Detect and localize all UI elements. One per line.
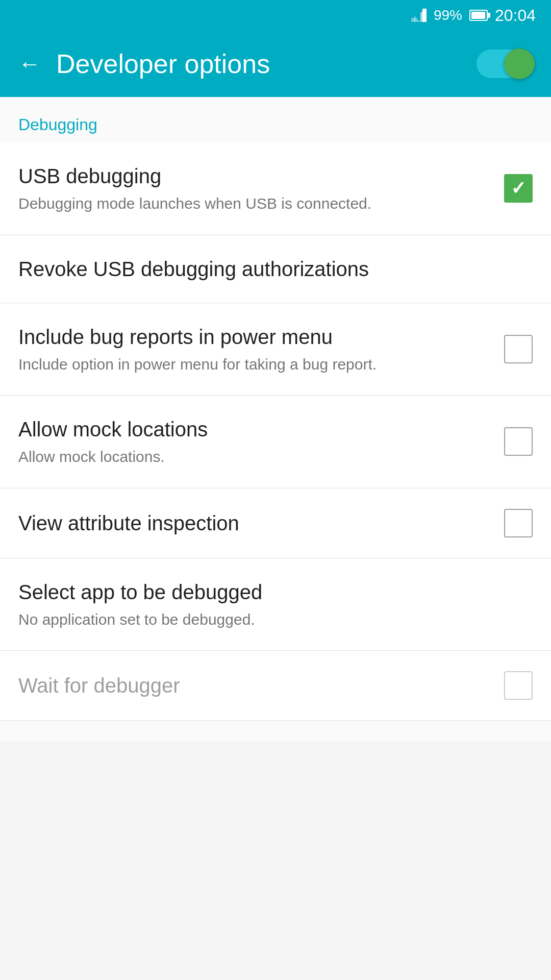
usb-debugging-item[interactable]: USB debugging Debugging mode launches wh…: [0, 142, 551, 235]
developer-options-toggle[interactable]: [477, 50, 533, 78]
revoke-usb-item[interactable]: Revoke USB debugging authorizations: [0, 235, 551, 303]
time-display: 20:04: [495, 6, 536, 25]
usb-debugging-checkbox[interactable]: [504, 174, 533, 203]
revoke-usb-title: Revoke USB debugging authorizations: [18, 256, 517, 282]
bug-reports-text: Include bug reports in power menu Includ…: [18, 324, 504, 375]
bug-reports-checkbox[interactable]: [504, 335, 533, 363]
page-title: Developer options: [56, 48, 270, 79]
status-bar: 99% 20:04: [0, 0, 551, 31]
view-attribute-title: View attribute inspection: [18, 510, 489, 536]
usb-debugging-text: USB debugging Debugging mode launches wh…: [18, 163, 504, 214]
app-bar-left: ← Developer options: [18, 48, 270, 79]
select-debug-app-subtitle: No application set to be debugged.: [18, 609, 517, 630]
select-debug-app-title: Select app to be debugged: [18, 579, 517, 605]
status-icons: 99% 20:04: [411, 6, 536, 25]
settings-content: Debugging USB debugging Debugging mode l…: [0, 97, 551, 741]
section-header-debugging: Debugging: [0, 97, 551, 142]
select-debug-app-item[interactable]: Select app to be debugged No application…: [0, 558, 551, 651]
select-debug-app-text: Select app to be debugged No application…: [18, 579, 533, 630]
battery-fill: [471, 12, 485, 19]
mock-locations-item[interactable]: Allow mock locations Allow mock location…: [0, 396, 551, 488]
bug-reports-title: Include bug reports in power menu: [18, 324, 489, 350]
wait-debugger-checkbox[interactable]: [504, 671, 533, 700]
bug-reports-item[interactable]: Include bug reports in power menu Includ…: [0, 303, 551, 396]
view-attribute-item[interactable]: View attribute inspection: [0, 488, 551, 558]
wait-debugger-item[interactable]: Wait for debugger: [0, 651, 551, 721]
mock-locations-subtitle: Allow mock locations.: [18, 447, 489, 468]
svg-rect-4: [422, 9, 427, 22]
battery-percent: 99%: [434, 7, 462, 23]
mock-locations-title: Allow mock locations: [18, 416, 489, 443]
view-attribute-text: View attribute inspection: [18, 510, 504, 536]
wait-debugger-title: Wait for debugger: [18, 672, 489, 699]
svg-rect-3: [411, 18, 415, 22]
usb-debugging-subtitle: Debugging mode launches when USB is conn…: [18, 193, 489, 214]
mock-locations-checkbox[interactable]: [504, 427, 533, 456]
back-button[interactable]: ←: [18, 53, 41, 75]
mock-locations-text: Allow mock locations Allow mock location…: [18, 416, 504, 468]
revoke-usb-text: Revoke USB debugging authorizations: [18, 256, 533, 282]
battery-icon: [469, 10, 488, 21]
signal-icon: [411, 9, 427, 22]
view-attribute-checkbox[interactable]: [504, 509, 533, 537]
usb-debugging-title: USB debugging: [18, 163, 489, 189]
wait-debugger-text: Wait for debugger: [18, 672, 504, 699]
bug-reports-subtitle: Include option in power menu for taking …: [18, 354, 489, 375]
app-bar: ← Developer options: [0, 31, 551, 97]
toggle-knob: [504, 48, 535, 79]
